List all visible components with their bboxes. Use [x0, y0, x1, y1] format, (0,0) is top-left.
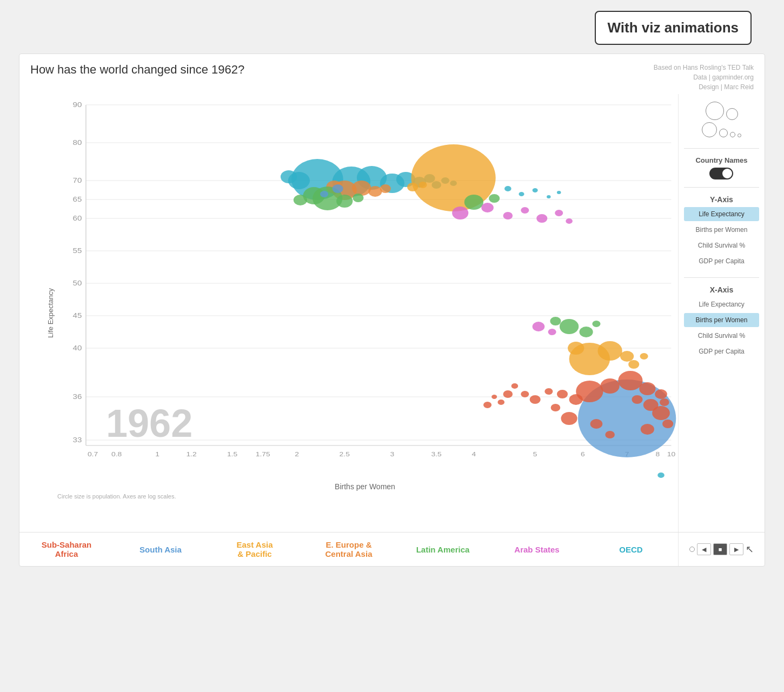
svg-point-118: [657, 473, 665, 478]
region-east-asia-pacific[interactable]: East Asia& Pacific: [208, 533, 302, 566]
svg-point-114: [533, 188, 538, 192]
svg-point-99: [483, 402, 491, 408]
svg-point-66: [489, 194, 500, 203]
legend-circle-medium: [726, 108, 738, 120]
svg-point-111: [548, 329, 556, 335]
svg-point-92: [544, 388, 553, 395]
svg-text:80: 80: [73, 139, 82, 146]
bottom-row: Sub-SaharanAfrica South Asia East Asia& …: [19, 532, 765, 566]
main-chart-container: How has the world changed since 1962? Ba…: [19, 54, 765, 567]
region-oecd[interactable]: OECD: [584, 537, 678, 562]
svg-point-62: [336, 195, 353, 208]
svg-point-88: [605, 431, 615, 438]
country-names-label: Country Names: [695, 156, 747, 164]
svg-point-103: [620, 351, 634, 362]
sidebar-divider-3: [684, 277, 759, 278]
chart-note: Circle size is population. Axes are log …: [52, 493, 678, 500]
svg-point-77: [618, 371, 642, 390]
x-axis-births-per-women[interactable]: Births per Women: [684, 313, 759, 327]
viz-animations-badge: With viz animations: [595, 11, 752, 45]
region-labels: Sub-SaharanAfrica South Asia East Asia& …: [19, 533, 678, 566]
svg-point-110: [533, 322, 545, 331]
svg-point-97: [497, 400, 504, 405]
region-south-asia[interactable]: South Asia: [114, 537, 208, 562]
svg-text:6: 6: [581, 451, 585, 457]
svg-point-109: [592, 321, 600, 327]
svg-point-72: [555, 210, 563, 216]
svg-point-85: [652, 406, 670, 420]
cursor-indicator: ↖: [746, 543, 754, 555]
svg-point-98: [491, 395, 497, 399]
x-axis-title: X-Axis: [684, 285, 759, 294]
x-axis-life-expectancy[interactable]: Life Expectancy: [684, 297, 759, 311]
toggle-knob: [722, 169, 732, 178]
svg-text:0.8: 0.8: [111, 451, 122, 457]
svg-point-73: [566, 218, 573, 224]
svg-text:55: 55: [73, 247, 82, 254]
svg-text:33: 33: [73, 436, 82, 443]
svg-point-79: [655, 389, 667, 399]
chart-inner: 1962: [52, 99, 678, 478]
svg-point-53: [407, 183, 418, 191]
timeline-next-button[interactable]: ▶: [729, 543, 743, 555]
svg-point-96: [503, 390, 513, 398]
svg-point-89: [590, 419, 603, 429]
country-names-toggle[interactable]: [709, 168, 733, 179]
svg-text:1.5: 1.5: [227, 451, 237, 457]
svg-point-94: [521, 391, 529, 397]
svg-point-102: [568, 342, 584, 355]
timeline-stop-button[interactable]: ■: [713, 543, 727, 555]
x-axis-label: Births per Women: [52, 482, 678, 491]
svg-point-119: [333, 184, 343, 193]
svg-point-104: [628, 360, 639, 369]
svg-text:36: 36: [73, 393, 82, 400]
x-axis-child-survival[interactable]: Child Survival %: [684, 329, 759, 343]
svg-text:2.5: 2.5: [340, 451, 350, 457]
svg-point-95: [511, 383, 519, 389]
chart-header: How has the world changed since 1962? Ba…: [19, 54, 765, 94]
svg-point-86: [662, 420, 673, 428]
svg-point-49: [281, 170, 297, 183]
region-sub-saharan-africa[interactable]: Sub-SaharanAfrica: [19, 533, 114, 566]
svg-point-90: [561, 412, 577, 425]
svg-point-59: [380, 184, 391, 193]
size-legend: [702, 102, 741, 137]
svg-text:5: 5: [533, 451, 537, 457]
timeline-prev-button[interactable]: ◀: [697, 543, 711, 555]
region-e-europe-central-asia[interactable]: E. Europe &Central Asia: [302, 533, 396, 566]
y-axis-gdp[interactable]: GDP per Capita: [684, 254, 759, 268]
svg-point-54: [418, 182, 427, 188]
svg-text:1: 1: [155, 451, 160, 457]
bubble-chart-svg: 90 80 70 65 60 55 50 45 40 36 33 0: [52, 99, 678, 478]
sidebar: Country Names Y-Axis Life Expectancy Bir…: [678, 94, 765, 532]
region-latin-america[interactable]: Latin America: [396, 537, 490, 562]
svg-text:1.75: 1.75: [256, 451, 270, 457]
region-arab-states[interactable]: Arab States: [490, 537, 584, 562]
svg-point-63: [294, 195, 307, 205]
svg-point-69: [503, 212, 513, 219]
svg-point-113: [519, 192, 524, 196]
svg-text:3.5: 3.5: [431, 451, 442, 457]
chart-area: Life Expectancy 1962: [19, 94, 678, 532]
timeline-start-dot: [689, 547, 695, 552]
y-axis-title: Y-Axis: [684, 195, 759, 204]
legend-circle-large: [706, 102, 724, 120]
svg-point-87: [641, 424, 654, 435]
svg-text:8: 8: [655, 451, 660, 457]
svg-point-64: [353, 194, 363, 202]
svg-text:70: 70: [73, 177, 82, 184]
svg-point-112: [504, 186, 511, 191]
svg-text:50: 50: [73, 280, 82, 287]
x-axis-gdp[interactable]: GDP per Capita: [684, 344, 759, 358]
y-axis-child-survival[interactable]: Child Survival %: [684, 238, 759, 252]
y-axis-life-expectancy[interactable]: Life Expectancy: [684, 207, 759, 221]
svg-text:4: 4: [472, 451, 476, 457]
y-axis-births-per-women[interactable]: Births per Women: [684, 223, 759, 237]
svg-point-57: [368, 186, 382, 197]
svg-point-82: [660, 398, 669, 406]
svg-point-108: [550, 317, 561, 325]
timeline-controls: ◀ ■ ▶ ↖: [678, 533, 765, 566]
svg-point-83: [569, 394, 583, 405]
svg-text:0.7: 0.7: [88, 451, 98, 457]
svg-point-71: [536, 214, 547, 223]
